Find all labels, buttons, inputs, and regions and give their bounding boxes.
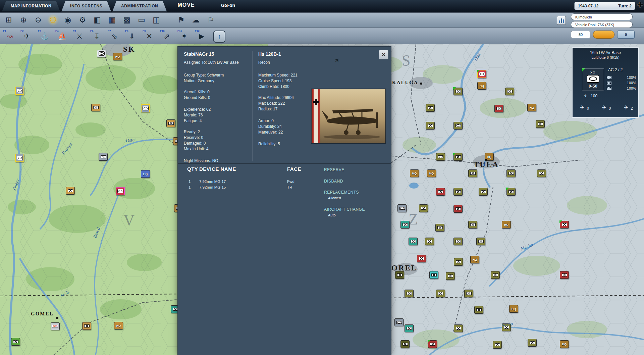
readiness-list: 100%100%100% [607, 75, 636, 91]
progress-pill[interactable] [593, 31, 614, 39]
map-toolbar-icons: ⊞⊕⊖⎔◉⚙◧▦▩▭◫⚑☁⚐ [3, 14, 217, 26]
close-icon[interactable]: ✕ [379, 50, 388, 59]
fkey-label: F7 [108, 30, 111, 33]
bookmark-icon[interactable]: ⚑ [175, 14, 187, 26]
counter-strength: 0-50 [589, 84, 597, 89]
end-flag-icon[interactable]: ⚐ [205, 14, 217, 26]
screens-icon[interactable]: ◫ [150, 14, 162, 26]
maneuver: Maneuver: 22 [258, 130, 283, 135]
map-label: OREL [391, 264, 417, 272]
map-label: Oka [473, 52, 482, 62]
weather-icon[interactable]: ☁ [190, 14, 202, 26]
section-divider [178, 163, 391, 164]
air-transfer-icon[interactable]: F2✈ [19, 29, 35, 43]
map-label: SK [123, 45, 136, 54]
plane-icon: ✈ [602, 104, 606, 111]
aircraft-kills: Aircraft Kills: 0 [184, 90, 210, 94]
air-lift-icon[interactable]: F10⇗ [159, 29, 174, 43]
execute-icon[interactable]: F12▶ [194, 29, 209, 43]
air-directive-icon[interactable]: F1↝ [2, 29, 17, 43]
plane-icon: ✈ [624, 104, 628, 111]
ground-attack-icon[interactable]: F7⇘ [107, 29, 122, 43]
zoom-value-box: 50 [571, 31, 590, 38]
air-superiority-icon[interactable]: F5⚔ [72, 29, 87, 43]
cruise-speed: Cruise Speed: 193 [258, 79, 291, 83]
gs-toggle[interactable]: GS-on [216, 3, 240, 8]
air-landing-icon[interactable]: F6↧ [89, 29, 105, 43]
bombing-icon[interactable]: F8⇓ [124, 29, 140, 43]
tab-administration[interactable]: ADMINISTRATION [112, 1, 167, 11]
disband-link[interactable]: DISBAND [324, 179, 343, 184]
zoom-in-icon[interactable]: ⊕ [17, 14, 30, 26]
damaged: Damaged: 0 [184, 141, 206, 146]
chart-icon[interactable] [557, 16, 566, 25]
strike-icon[interactable]: F11✶ [176, 29, 192, 43]
fkey-label: F6 [90, 30, 93, 33]
armor: Armor: 0 [258, 118, 274, 123]
hex-location-box: Klimovichi [571, 13, 633, 20]
tab-info-screens[interactable]: INFO SCREENS [61, 1, 111, 11]
menu-tabs: MAP INFORMATIONINFO SCREENSADMINISTRATIO… [2, 1, 167, 11]
map-label: TULA [474, 160, 499, 169]
airbase-symbol [587, 75, 599, 83]
air-mission-toolbar: F1↝F2✈F3⚓F4⛵F5⚔F6↧F7⇘F8⇓F9✕F10⇗F11✶F12▶ … [0, 28, 644, 44]
max-in-unit: Max in Unit: 4 [184, 147, 208, 151]
up-level-button[interactable]: ↑ [213, 31, 225, 43]
group-name: Stab/NAGr 15 [184, 51, 214, 57]
status-grid-icon [607, 87, 611, 90]
plane-icon: ✈ [580, 104, 584, 111]
minimap-icon[interactable]: ▭ [136, 14, 148, 26]
aircraft-model: Hs 126B-1 [258, 51, 281, 57]
aircraft-change-link[interactable]: AIRCRAFT CHANGE [324, 207, 365, 212]
balkenkreuz-icon: ✚ [312, 98, 320, 106]
range-row: ✈ 100 [584, 94, 597, 98]
blue-counter-box: 0 [617, 31, 635, 39]
turn-date-box: 1943-07-12 Turn: 2 [574, 2, 635, 10]
crosshair-icon[interactable]: ✚ [637, 1, 643, 9]
date-label: 1943-07-12 [578, 4, 598, 8]
status-grid-icon [607, 82, 611, 85]
tab-map-information[interactable]: MAP INFORMATION [2, 1, 60, 11]
windows-icon[interactable]: ⊞ [3, 14, 15, 26]
naval-air-icon[interactable]: F3⚓ [37, 29, 52, 43]
morale: Morale: 76 [184, 113, 203, 117]
base-name: 16th LW Air Base [573, 50, 638, 55]
map-label: Mecha [520, 242, 534, 252]
aircraft-change-value: Auto [328, 213, 336, 217]
replacements-link[interactable]: REPLACEMENTS [324, 190, 359, 195]
replacements-value: Allowed [328, 196, 341, 200]
base-counter[interactable]: XX 0-50 [582, 68, 604, 91]
stats-icon[interactable]: ▩ [121, 14, 133, 26]
settings-icon[interactable]: ⚙ [76, 14, 89, 26]
move-mode-label[interactable]: MOVE [173, 2, 200, 8]
fkey-label: F5 [73, 30, 76, 33]
city-dot [485, 159, 487, 161]
selected-base-panel: 16th LW Air Base Luftflotte 6 (8/15) XX … [572, 47, 639, 118]
reserve-link[interactable]: RESERVE [324, 167, 344, 172]
durability: Durability: 24 [258, 124, 282, 129]
recon-mission-icon[interactable]: F9✕ [142, 29, 157, 43]
aircraft-count-label: AC 2 / 2 [608, 67, 623, 72]
fkey-buttons: F1↝F2✈F3⚓F4⛵F5⚔F6↧F7⇘F8⇓F9✕F10⇗F11✶F12▶ [2, 29, 209, 43]
max-load: Max Load: 222 [258, 101, 285, 106]
fkey-label: F3 [38, 30, 41, 33]
map-label: KALUGA [392, 80, 418, 86]
unit-list-icon[interactable]: ▦ [106, 14, 118, 26]
naval-patrol-icon[interactable]: F4⛵ [54, 29, 70, 43]
fkey-label: F9 [143, 30, 146, 33]
hex-mode-icon[interactable]: ⎔ [47, 14, 59, 26]
counters-icon[interactable]: ◉ [62, 14, 74, 26]
readiness-row: 100% [607, 80, 636, 86]
map-label: GOMEL [31, 311, 54, 317]
zoom-out-icon[interactable]: ⊖ [32, 14, 44, 26]
map-overlay-icon[interactable]: ◧ [91, 14, 103, 26]
city-dot [420, 83, 422, 85]
radius: Radius: 17 [258, 107, 277, 111]
max-speed: Maximum Speed: 221 [258, 73, 298, 78]
qty-header: QTY [187, 166, 198, 172]
map-label: Pronya [61, 142, 74, 156]
fkey-label: F2 [20, 30, 23, 33]
air-group-dialog: ✕ ✈ Stab/NAGr 15 Assigned To: 16th LW Ai… [177, 46, 391, 355]
tail-band: ✚ [312, 89, 320, 143]
size-marker: XX [590, 71, 596, 74]
